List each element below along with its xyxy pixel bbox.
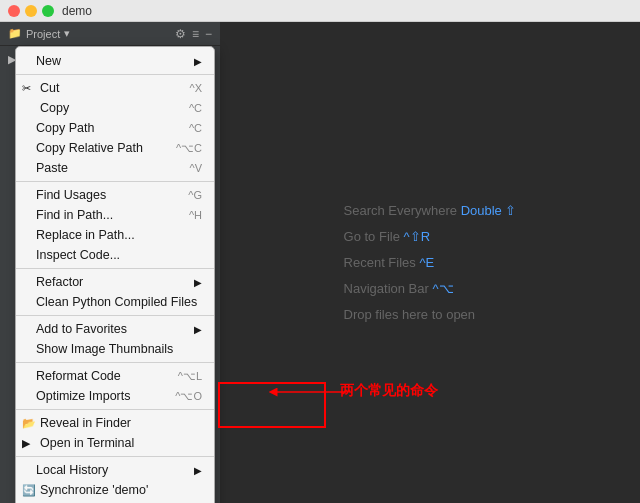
menu-separator-4 (16, 315, 214, 316)
app-title: demo (62, 4, 92, 18)
traffic-lights (8, 5, 54, 17)
menu-item-copy-relative-path[interactable]: Copy Relative Path ^⌥C (16, 138, 214, 158)
menu-item-local-history[interactable]: Local History ▶ (16, 460, 214, 480)
finder-icon: 📂 (22, 417, 38, 430)
context-menu-overlay: New ▶ ✂ Cut ^X Copy ^C Copy Path ^C Copy… (15, 46, 215, 503)
goto-file-hint: Go to File ^⇧R (344, 224, 517, 250)
cut-icon: ✂ (22, 82, 38, 95)
project-header-icons: ⚙ ≡ − (175, 27, 212, 41)
drop-files-hint: Drop files here to open (344, 302, 517, 328)
nav-bar-hint: Navigation Bar ^⌥ (344, 276, 517, 302)
folder-icon: 📁 (8, 27, 22, 40)
search-everywhere-hint: Search Everywhere Double ⇧ (344, 198, 517, 224)
menu-item-cut[interactable]: ✂ Cut ^X (16, 78, 214, 98)
hint-area: Search Everywhere Double ⇧ Go to File ^⇧… (344, 198, 517, 328)
menu-item-find-usages[interactable]: Find Usages ^G (16, 185, 214, 205)
menu-item-inspect-code[interactable]: Inspect Code... (16, 245, 214, 265)
menu-item-open-in-terminal[interactable]: ▶ Open in Terminal (16, 433, 214, 453)
menu-item-show-image-thumbnails[interactable]: Show Image Thumbnails (16, 339, 214, 359)
annotation-text: 两个常见的命令 (340, 382, 438, 400)
menu-separator-1 (16, 74, 214, 75)
layout-icon[interactable]: ≡ (192, 27, 199, 41)
menu-separator-3 (16, 268, 214, 269)
project-label: Project (26, 28, 60, 40)
menu-item-reformat-code[interactable]: Reformat Code ^⌥L (16, 366, 214, 386)
minimize-button[interactable] (25, 5, 37, 17)
menu-separator-7 (16, 456, 214, 457)
project-header: 📁 Project ▾ ⚙ ≡ − (0, 22, 220, 46)
menu-item-synchronize[interactable]: 🔄 Synchronize 'demo' (16, 480, 214, 500)
menu-item-refactor[interactable]: Refactor ▶ (16, 272, 214, 292)
menu-item-copy[interactable]: Copy ^C (16, 98, 214, 118)
settings-icon[interactable]: ⚙ (175, 27, 186, 41)
menu-item-reveal-in-finder[interactable]: 📂 Reveal in Finder (16, 413, 214, 433)
sync-icon: 🔄 (22, 484, 38, 497)
terminal-icon: ▶ (22, 437, 38, 450)
menu-separator-5 (16, 362, 214, 363)
menu-item-optimize-imports[interactable]: Optimize Imports ^⌥O (16, 386, 214, 406)
recent-files-hint: Recent Files ^E (344, 250, 517, 276)
content-area: Search Everywhere Double ⇧ Go to File ^⇧… (220, 22, 640, 503)
menu-item-clean-python[interactable]: Clean Python Compiled Files (16, 292, 214, 312)
title-bar: demo (0, 0, 640, 22)
close-button[interactable] (8, 5, 20, 17)
project-header-left: 📁 Project ▾ (8, 27, 70, 40)
minimize-panel-icon[interactable]: − (205, 27, 212, 41)
menu-separator-2 (16, 181, 214, 182)
menu-item-find-in-path[interactable]: Find in Path... ^H (16, 205, 214, 225)
context-menu: New ▶ ✂ Cut ^X Copy ^C Copy Path ^C Copy… (15, 46, 215, 503)
ide-body: 📁 Project ▾ ⚙ ≡ − ▶ 📁 d ▶ 📁 E ▶ 📁 S (0, 22, 640, 503)
menu-item-paste[interactable]: Paste ^V (16, 158, 214, 178)
menu-separator-6 (16, 409, 214, 410)
chevron-icon: ▾ (64, 27, 70, 40)
menu-item-replace-in-path[interactable]: Replace in Path... (16, 225, 214, 245)
menu-item-new[interactable]: New ▶ (16, 51, 214, 71)
maximize-button[interactable] (42, 5, 54, 17)
menu-item-copy-path[interactable]: Copy Path ^C (16, 118, 214, 138)
menu-item-add-to-favorites[interactable]: Add to Favorites ▶ (16, 319, 214, 339)
